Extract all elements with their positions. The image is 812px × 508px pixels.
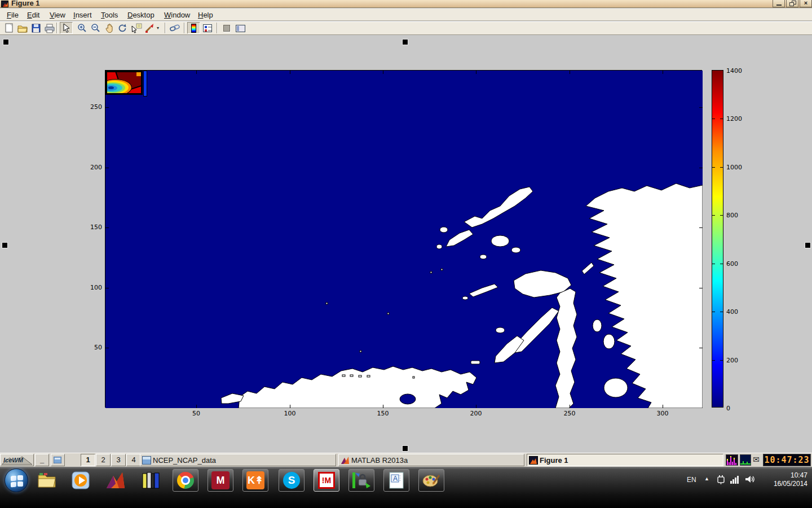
edit-plot-button[interactable] [60,22,73,34]
mendeley-button[interactable]: M [208,469,233,492]
workspace-button-1[interactable]: 1 [81,454,95,466]
wordpad-button[interactable]: A [383,469,409,492]
selection-handle-top-center[interactable] [403,40,408,45]
taskbar-window-matlab-r2013a[interactable]: MATLAB R2013a [338,454,524,466]
workspace-button-3[interactable]: 3 [111,454,126,466]
cpu-monitor-applet[interactable] [726,454,738,466]
figure-icon [529,456,538,465]
icewm-clock[interactable]: 10:47:23 [763,454,811,466]
print-figure-button[interactable] [43,22,56,34]
paint-button[interactable] [418,469,444,492]
colorbar-tick-label: 0 [726,405,749,412]
zoom-in-button[interactable] [76,22,89,34]
selection-handle-left-middle[interactable] [2,243,7,248]
icewm-start-button[interactable]: IceWM [0,454,34,466]
colorbar-tick-label: 1200 [726,115,749,122]
tray-date: 16/05/2014 [774,480,807,488]
x-tick-label: 100 [280,410,300,417]
desktop: Figure 1 × FileEditViewInsertToolsDeskto… [0,0,812,508]
x-tick-label: 250 [559,410,580,417]
minimize-button[interactable] [773,0,785,7]
pan-button[interactable] [103,22,116,34]
win7-clock[interactable]: 10:47 16/05/2014 [774,471,807,488]
im-tool-button[interactable]: !M [314,469,339,492]
tray-expand-icon[interactable]: ▲ [704,476,709,481]
show-plot-tools-dock-button[interactable] [233,22,246,34]
land-arran [604,378,628,397]
figure-toolbar: ▾ [0,21,812,35]
insert-legend-button[interactable] [201,22,214,34]
menu-tools[interactable]: Tools [99,10,120,20]
menu-edit[interactable]: Edit [25,10,42,20]
link-plot-button[interactable] [168,22,181,34]
sync-tool-button[interactable] [348,469,374,492]
show-desktop-button[interactable]: _ [35,454,49,466]
map-axes[interactable]: 25020015010050 50100150200250300 [105,70,702,408]
explorer-button[interactable] [34,469,60,492]
taskbar-window-ncep_ncap_data[interactable]: NCEP_NCAP_data [140,454,336,466]
x-tick-label: 300 [652,410,673,417]
figure-canvas[interactable]: 25020015010050 50100150200250300 1400120… [0,36,812,452]
taskbar-window-figure-1[interactable]: Figure 1 [527,454,723,466]
media-player-button[interactable] [68,469,94,492]
menu-help[interactable]: Help [196,10,215,20]
figure-window-titlebar[interactable]: Figure 1 × [0,0,812,8]
land-sea-map [105,71,703,408]
menu-window[interactable]: Window [162,10,192,20]
open-file-button[interactable] [16,22,29,34]
selection-handle-bottom-center[interactable] [403,446,408,451]
matlab-icon [341,456,350,465]
x-tick-label: 50 [186,410,206,417]
new-figure-button[interactable] [2,22,15,34]
brush-dropdown-arrow[interactable]: ▾ [157,25,159,30]
contour-inset-thumbnail[interactable] [105,71,143,95]
insert-colorbar-button[interactable] [187,22,200,34]
skype-button[interactable]: S [279,469,304,492]
show-plot-tools-icon [236,25,245,32]
language-indicator[interactable]: EN [687,476,696,484]
menu-file[interactable]: File [5,10,21,20]
matlab-figure-icon [1,1,8,7]
workspace-button-2[interactable]: 2 [96,454,111,466]
network-signal-icon[interactable] [730,474,741,484]
colorbar-tick-label: 200 [726,357,749,364]
menu-desktop[interactable]: Desktop [125,10,157,20]
hide-plot-tools-icon [223,25,230,32]
window-title: Figure 1 [11,0,40,7]
y-tick-label: 250 [81,103,102,111]
start-button[interactable] [5,468,28,492]
svg-text:A: A [393,475,398,483]
colorbar-icon [191,24,196,33]
colorbar-tick-label: 1000 [726,164,749,171]
window-list-button[interactable] [51,454,65,466]
mail-icon[interactable]: ✉ [753,455,760,464]
kindle-button[interactable]: K↟ [242,469,268,492]
library-button[interactable] [138,469,164,492]
rotate-3d-button[interactable] [116,22,129,34]
chrome-button[interactable] [173,469,198,492]
x-tick-label: 150 [373,410,393,417]
y-tick-label: 50 [81,344,102,351]
hide-plot-tools-button[interactable] [220,22,233,34]
brush-button[interactable] [143,22,156,34]
selection-handle-top-left[interactable] [3,40,8,45]
menu-insert[interactable]: Insert [71,10,94,20]
close-button[interactable]: × [800,0,812,7]
legend-icon [203,24,212,32]
workspace-button-4[interactable]: 4 [126,454,141,466]
volume-icon[interactable] [744,474,756,484]
save-figure-button[interactable] [29,22,42,34]
tray-time: 10:47 [774,471,807,480]
windows-logo-icon [11,475,23,487]
restore-button[interactable] [786,0,798,7]
selection-handle-right-middle[interactable] [805,243,810,248]
power-plug-icon[interactable] [716,474,726,484]
matlab-button[interactable] [103,469,129,492]
figure-menubar: FileEditViewInsertToolsDesktopWindowHelp [0,8,812,21]
menu-view[interactable]: View [47,10,68,20]
zoom-out-button[interactable] [89,22,102,34]
data-cursor-button[interactable] [130,22,143,34]
network-monitor-applet[interactable] [740,454,751,466]
colorbar-tick-label: 400 [726,308,749,316]
colorbar[interactable]: 1400120010008006004002000 [712,70,723,408]
